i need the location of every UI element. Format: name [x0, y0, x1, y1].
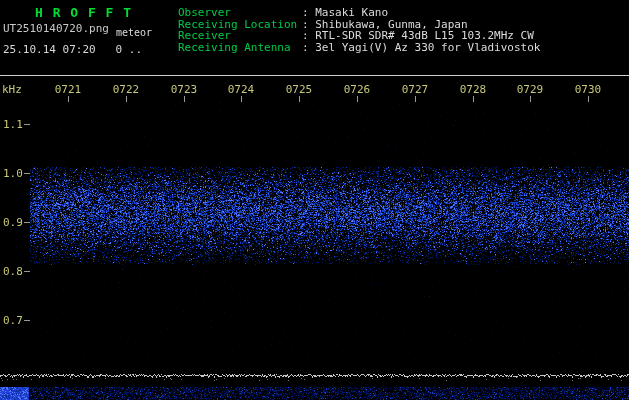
- x-axis-tick: [588, 96, 589, 102]
- y-axis-tick: [24, 222, 30, 223]
- x-axis-tick: [299, 96, 300, 102]
- x-axis-tick: [530, 96, 531, 102]
- x-axis-tick: [357, 96, 358, 102]
- y-tick-label-0.8: 0.8: [3, 265, 25, 278]
- info-label-observer: Observer: [178, 7, 302, 19]
- x-tick-label-0727: 0727: [392, 83, 438, 96]
- spectrogram-plot-area: [30, 96, 629, 372]
- y-axis-tick: [24, 124, 30, 125]
- y-tick-label-0.9: 0.9: [3, 216, 25, 229]
- y-tick-label-0.7: 0.7: [3, 314, 25, 327]
- header-divider: [0, 75, 629, 76]
- station-info: Observer : Masaki Kano Receiving Locatio…: [178, 7, 540, 53]
- info-row-antenna: Receiving Antenna : 3el Yagi(V) Az 330 f…: [178, 42, 540, 54]
- x-tick-label-0730: 0730: [565, 83, 611, 96]
- info-value-antenna: : 3el Yagi(V) Az 330 for Vladivostok: [302, 42, 540, 54]
- x-tick-label-0725: 0725: [276, 83, 322, 96]
- x-tick-label-0722: 0722: [103, 83, 149, 96]
- x-axis-tick: [241, 96, 242, 102]
- y-tick-label-1.1: 1.1: [3, 118, 25, 131]
- y-axis-unit-label: kHz: [2, 83, 22, 96]
- meteor-label: meteor: [116, 27, 152, 38]
- x-tick-label-0728: 0728: [450, 83, 496, 96]
- x-tick-label-0726: 0726: [334, 83, 380, 96]
- info-label-antenna: Receiving Antenna: [178, 42, 302, 54]
- signal-level-strip: [0, 372, 629, 400]
- x-axis-tick: [473, 96, 474, 102]
- date-time-label: 25.10.14 07:20 0 ..: [3, 43, 142, 56]
- y-tick-label-1.0: 1.0: [3, 167, 25, 180]
- x-axis-tick: [184, 96, 185, 102]
- x-tick-label-0724: 0724: [218, 83, 264, 96]
- x-axis-tick: [126, 96, 127, 102]
- x-axis-tick: [415, 96, 416, 102]
- info-row-observer: Observer : Masaki Kano: [178, 7, 540, 19]
- y-axis-tick: [24, 271, 30, 272]
- x-tick-label-0723: 0723: [161, 83, 207, 96]
- x-axis-tick: [68, 96, 69, 102]
- app-title: H R O F F T: [35, 5, 132, 20]
- info-value-observer: : Masaki Kano: [302, 7, 388, 19]
- x-tick-label-0721: 0721: [45, 83, 91, 96]
- x-tick-label-0729: 0729: [507, 83, 553, 96]
- hrofft-window: H R O F F T UT2510140720.png meteor 25.1…: [0, 0, 629, 400]
- y-axis-tick: [24, 320, 30, 321]
- output-filename: UT2510140720.png: [3, 22, 109, 35]
- y-axis-tick: [24, 173, 30, 174]
